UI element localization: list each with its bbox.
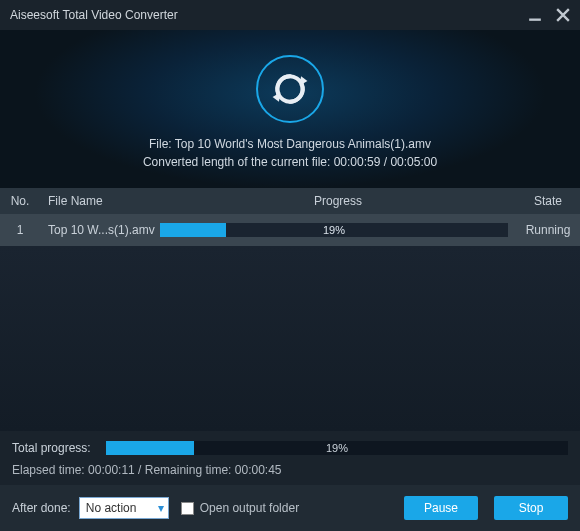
total-progress-fill <box>106 441 194 455</box>
summary-panel: Total progress: 19% Elapsed time: 00:00:… <box>0 431 580 485</box>
total-progress-percent: 19% <box>326 442 348 454</box>
row-progress-cell: 19% <box>160 223 516 237</box>
window-controls <box>528 8 570 22</box>
app-title: Aiseesoft Total Video Converter <box>10 8 178 22</box>
close-button[interactable] <box>556 8 570 22</box>
table-body-empty <box>0 246 580 431</box>
close-icon <box>556 8 570 22</box>
elapsed-remaining-label: Elapsed time: 00:00:11 / Remaining time:… <box>12 463 568 477</box>
after-done-label: After done: <box>12 501 71 515</box>
row-state: Running <box>516 223 580 237</box>
total-progress-row: Total progress: 19% <box>12 441 568 455</box>
row-no: 1 <box>0 223 40 237</box>
refresh-icon <box>271 70 309 108</box>
row-filename: Top 10 W...s(1).amv <box>40 223 160 237</box>
header-progress: Progress <box>160 194 516 208</box>
footer-bar: After done: No action ▾ Open output fold… <box>0 485 580 531</box>
current-file-label: File: Top 10 World's Most Dangerous Anim… <box>149 137 431 151</box>
after-done-value: No action <box>86 501 137 515</box>
open-output-folder-checkbox[interactable]: Open output folder <box>181 501 299 515</box>
row-progress-fill <box>160 223 226 237</box>
minimize-icon <box>528 8 542 22</box>
header-no: No. <box>0 194 40 208</box>
stop-button[interactable]: Stop <box>494 496 568 520</box>
row-progress-percent: 19% <box>323 224 345 236</box>
hero-panel: File: Top 10 World's Most Dangerous Anim… <box>0 30 580 188</box>
svg-rect-0 <box>529 19 541 21</box>
chevron-down-icon: ▾ <box>158 501 164 515</box>
convert-status-ring <box>256 55 324 123</box>
total-progress-bar: 19% <box>106 441 568 455</box>
total-progress-label: Total progress: <box>12 441 98 455</box>
table-row[interactable]: 1 Top 10 W...s(1).amv 19% Running <box>0 214 580 246</box>
row-progress-bar: 19% <box>160 223 508 237</box>
app-window: Aiseesoft Total Video Converter File: To… <box>0 0 580 531</box>
titlebar: Aiseesoft Total Video Converter <box>0 0 580 30</box>
header-state: State <box>516 194 580 208</box>
pause-button[interactable]: Pause <box>404 496 478 520</box>
table-header: No. File Name Progress State <box>0 188 580 214</box>
open-output-folder-label: Open output folder <box>200 501 299 515</box>
header-filename: File Name <box>40 194 160 208</box>
file-table: No. File Name Progress State 1 Top 10 W.… <box>0 188 580 246</box>
checkbox-box <box>181 502 194 515</box>
converted-length-label: Converted length of the current file: 00… <box>143 155 437 169</box>
after-done-select[interactable]: No action ▾ <box>79 497 169 519</box>
minimize-button[interactable] <box>528 8 542 22</box>
